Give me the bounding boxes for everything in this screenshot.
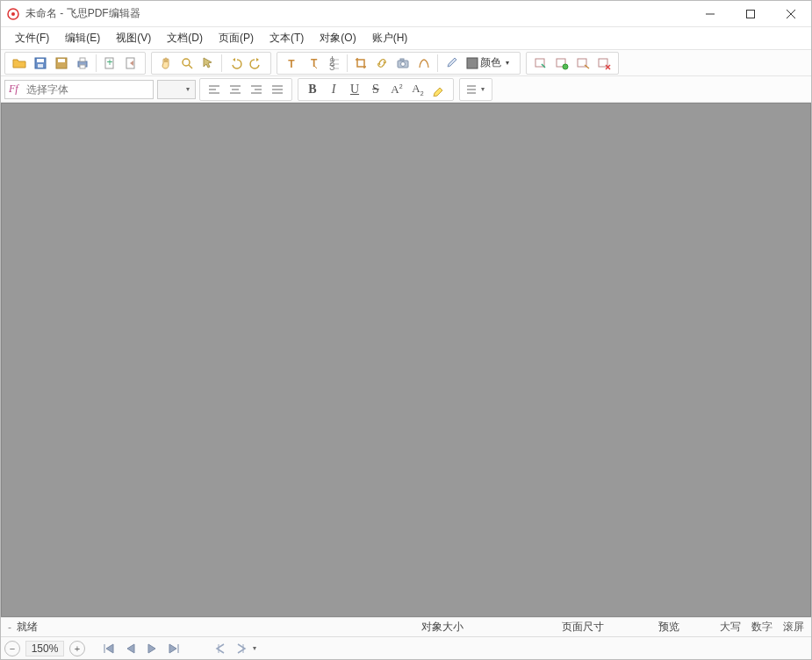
bold-button[interactable]: B	[303, 80, 322, 99]
page-add-button[interactable]: +	[100, 54, 119, 73]
menubar: 文件(F) 编辑(E) 视图(V) 文档(D) 页面(P) 文本(T) 对象(O…	[1, 27, 811, 50]
align-justify-button[interactable]	[268, 80, 287, 99]
svg-rect-13	[80, 65, 85, 68]
svg-rect-29	[400, 59, 404, 61]
status-num: 数字	[751, 620, 772, 635]
status-ready: 就绪	[17, 620, 38, 635]
stamp2-button[interactable]	[552, 54, 571, 73]
svg-point-33	[563, 64, 568, 69]
chevron-down-icon: ▾	[250, 644, 259, 652]
status-page-size: 页面尺寸	[562, 620, 658, 635]
close-button[interactable]	[771, 1, 811, 27]
zoom-nav-bar: − 150% + ▾	[1, 636, 811, 659]
document-canvas[interactable]	[1, 103, 811, 617]
shape-button[interactable]	[414, 54, 434, 73]
line-number-button[interactable]: 123	[324, 54, 343, 73]
save-button[interactable]	[31, 54, 50, 73]
menu-edit[interactable]: 编辑(E)	[58, 28, 107, 48]
last-page-button[interactable]	[168, 643, 180, 654]
svg-text:T: T	[288, 58, 295, 70]
text-tool-button[interactable]: T	[282, 54, 301, 73]
svg-point-1	[11, 12, 15, 16]
font-icon: Ff	[9, 82, 23, 96]
menu-view[interactable]: 视图(V)	[109, 28, 158, 48]
font-family-input[interactable]	[26, 83, 149, 96]
crop-button[interactable]	[351, 54, 370, 73]
first-page-button[interactable]	[103, 643, 115, 654]
svg-rect-12	[80, 58, 85, 61]
menu-account[interactable]: 账户(H)	[365, 28, 415, 48]
status-preview: 预览	[658, 620, 720, 635]
app-icon	[6, 7, 20, 21]
svg-rect-7	[37, 59, 44, 62]
status-handle: -	[8, 621, 11, 634]
italic-button[interactable]: I	[324, 80, 343, 99]
zoom-in-button[interactable]: +	[69, 641, 85, 656]
snapshot-button[interactable]	[393, 54, 413, 73]
save-as-button[interactable]	[52, 54, 71, 73]
status-scroll: 滚屏	[783, 620, 804, 635]
underline-button[interactable]: U	[345, 80, 364, 99]
chevron-down-icon: ▾	[478, 85, 487, 93]
menu-object[interactable]: 对象(O)	[313, 28, 363, 48]
color-label: 颜色	[480, 55, 501, 70]
page-export-button[interactable]	[121, 54, 140, 73]
menu-page[interactable]: 页面(P)	[212, 28, 261, 48]
undo-button[interactable]	[226, 54, 245, 73]
svg-rect-10	[58, 59, 65, 62]
svg-rect-3	[747, 10, 755, 18]
hand-tool-button[interactable]	[156, 54, 176, 73]
status-caps: 大写	[720, 620, 741, 635]
print-button[interactable]	[73, 54, 92, 73]
toolbar-format: Ff ▾ B I U S A2 A2 ▾	[1, 76, 811, 103]
align-right-button[interactable]	[247, 80, 266, 99]
nav-back-button[interactable]	[213, 643, 226, 654]
prev-page-button[interactable]	[126, 643, 136, 654]
stamp3-button[interactable]	[573, 54, 593, 73]
svg-text:T: T	[311, 57, 318, 69]
status-bar: - 就绪 对象大小 页面尺寸 预览 大写 数字 滚屏	[1, 617, 811, 636]
menu-text[interactable]: 文本(T)	[262, 28, 311, 48]
svg-rect-30	[467, 58, 478, 68]
svg-rect-8	[38, 64, 43, 68]
eyedropper-button[interactable]	[442, 54, 461, 73]
chevron-down-icon: ▾	[503, 59, 512, 67]
svg-line-18	[189, 65, 192, 68]
svg-point-17	[183, 59, 190, 66]
next-page-button[interactable]	[147, 643, 157, 654]
select-tool-button[interactable]	[198, 54, 218, 73]
color-button[interactable]: 颜色 ▾	[463, 54, 515, 73]
subscript-button[interactable]: A2	[408, 80, 428, 99]
line-spacing-button[interactable]: ▾	[464, 80, 487, 99]
align-center-button[interactable]	[226, 80, 245, 99]
text-box-button[interactable]: T	[303, 54, 322, 73]
strikethrough-button[interactable]: S	[366, 80, 385, 99]
titlebar: 未命名 - 飞思PDF编辑器	[1, 1, 811, 27]
toolbar-main: + T T 123 颜色 ▾	[1, 50, 811, 76]
svg-point-28	[401, 61, 406, 66]
minimize-button[interactable]	[690, 1, 730, 27]
menu-document[interactable]: 文档(D)	[160, 28, 210, 48]
stamp-delete-button[interactable]	[594, 54, 614, 73]
font-size-select[interactable]: ▾	[157, 80, 196, 99]
redo-button[interactable]	[247, 54, 266, 73]
open-button[interactable]	[10, 54, 29, 73]
align-left-button[interactable]	[205, 80, 224, 99]
zoom-tool-button[interactable]	[177, 54, 197, 73]
status-object-size: 对象大小	[421, 620, 562, 635]
highlight-button[interactable]	[429, 80, 449, 99]
zoom-percent[interactable]: 150%	[25, 641, 64, 656]
superscript-button[interactable]: A2	[387, 80, 406, 99]
stamp1-button[interactable]	[531, 54, 550, 73]
nav-forward-button[interactable]: ▾	[236, 643, 259, 654]
font-family-select[interactable]: Ff	[4, 80, 154, 99]
menu-file[interactable]: 文件(F)	[8, 28, 56, 48]
maximize-button[interactable]	[730, 1, 771, 27]
zoom-out-button[interactable]: −	[4, 641, 20, 656]
svg-text:+: +	[106, 56, 112, 68]
window-title: 未命名 - 飞思PDF编辑器	[25, 6, 140, 21]
link-button[interactable]	[372, 54, 392, 73]
chevron-down-icon: ▾	[183, 85, 192, 93]
